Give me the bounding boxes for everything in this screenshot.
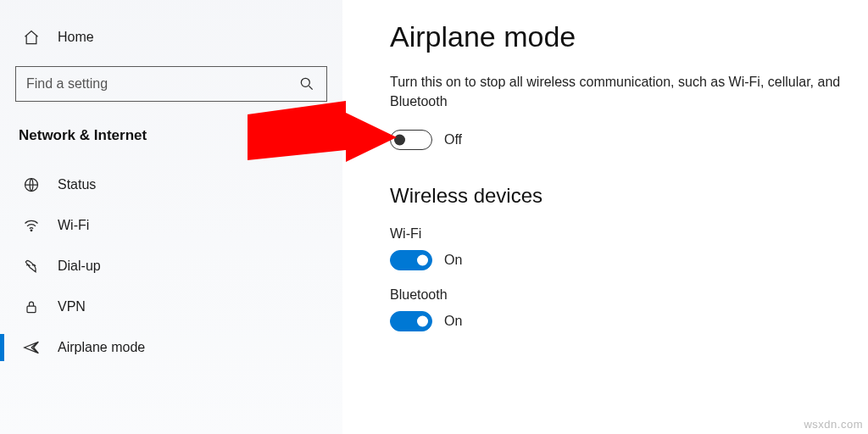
sidebar-item-label: Wi-Fi (58, 218, 89, 233)
search-input[interactable] (26, 76, 298, 92)
wifi-block: Wi-Fi On (390, 226, 861, 270)
bluetooth-block: Bluetooth On (390, 287, 861, 331)
bluetooth-label: Bluetooth (390, 287, 861, 303)
globe-icon (22, 175, 41, 194)
dialup-icon (22, 257, 41, 275)
wifi-toggle[interactable] (390, 250, 432, 270)
watermark: wsxdn.com (804, 418, 863, 431)
sidebar-item-status[interactable]: Status (0, 164, 342, 205)
bluetooth-toggle-state: On (444, 314, 462, 329)
sidebar-item-label: Dial-up (58, 259, 101, 274)
search-icon (298, 75, 316, 93)
svg-rect-4 (27, 306, 36, 313)
sidebar-item-wifi[interactable]: Wi-Fi (0, 205, 342, 246)
content-pane: Airplane mode Turn this on to stop all w… (342, 0, 868, 434)
sidebar: Home Network & Internet Status Wi-Fi Dia… (0, 0, 342, 434)
svg-point-0 (301, 78, 309, 86)
page-title: Airplane mode (390, 20, 861, 53)
sidebar-item-airplane[interactable]: Airplane mode (0, 327, 342, 368)
airplane-toggle-state: Off (444, 132, 462, 147)
sidebar-item-vpn[interactable]: VPN (0, 287, 342, 327)
airplane-icon (22, 338, 41, 357)
sidebar-item-label: Airplane mode (58, 340, 145, 355)
vpn-icon (22, 298, 41, 316)
nav-home[interactable]: Home (0, 17, 342, 58)
wifi-label: Wi-Fi (390, 226, 861, 242)
nav-home-label: Home (58, 30, 94, 45)
bluetooth-toggle[interactable] (390, 311, 432, 331)
search-container (0, 58, 342, 114)
sidebar-item-label: VPN (58, 299, 86, 314)
search-box[interactable] (15, 66, 327, 102)
wireless-heading: Wireless devices (390, 184, 861, 208)
wifi-toggle-state: On (444, 253, 462, 268)
airplane-toggle[interactable] (390, 130, 432, 150)
category-title: Network & Internet (0, 114, 342, 164)
page-description: Turn this on to stop all wireless commun… (390, 72, 861, 111)
sidebar-item-label: Status (58, 177, 96, 192)
sidebar-item-dialup[interactable]: Dial-up (0, 246, 342, 287)
home-icon (22, 28, 41, 47)
airplane-toggle-row: Off (390, 130, 861, 150)
svg-line-1 (309, 86, 313, 90)
svg-point-3 (31, 230, 32, 231)
wifi-icon (22, 216, 41, 235)
